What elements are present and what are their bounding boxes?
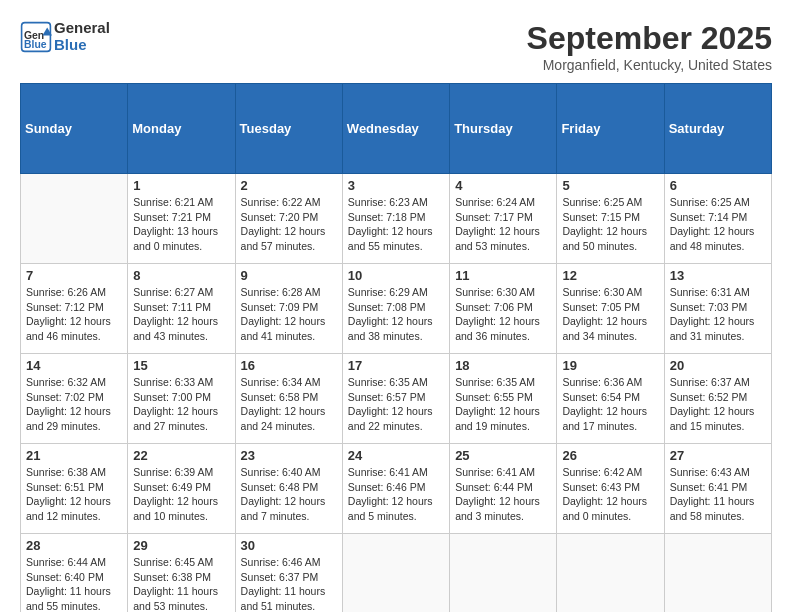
day-number: 13 <box>670 268 766 283</box>
day-number: 25 <box>455 448 551 463</box>
calendar-cell: 26Sunrise: 6:42 AM Sunset: 6:43 PM Dayli… <box>557 444 664 534</box>
day-number: 2 <box>241 178 337 193</box>
logo: Gen Blue General Blue <box>20 20 110 53</box>
title-block: September 2025 Morganfield, Kentucky, Un… <box>527 20 772 73</box>
day-number: 24 <box>348 448 444 463</box>
calendar-cell: 22Sunrise: 6:39 AM Sunset: 6:49 PM Dayli… <box>128 444 235 534</box>
day-info: Sunrise: 6:30 AM Sunset: 7:05 PM Dayligh… <box>562 285 658 344</box>
day-info: Sunrise: 6:41 AM Sunset: 6:44 PM Dayligh… <box>455 465 551 524</box>
day-info: Sunrise: 6:29 AM Sunset: 7:08 PM Dayligh… <box>348 285 444 344</box>
calendar-cell: 14Sunrise: 6:32 AM Sunset: 7:02 PM Dayli… <box>21 354 128 444</box>
weekday-header-friday: Friday <box>557 84 664 174</box>
day-number: 8 <box>133 268 229 283</box>
logo-icon: Gen Blue <box>20 21 52 53</box>
calendar-cell: 11Sunrise: 6:30 AM Sunset: 7:06 PM Dayli… <box>450 264 557 354</box>
calendar-cell <box>450 534 557 613</box>
calendar-cell: 9Sunrise: 6:28 AM Sunset: 7:09 PM Daylig… <box>235 264 342 354</box>
calendar-cell <box>21 174 128 264</box>
day-info: Sunrise: 6:39 AM Sunset: 6:49 PM Dayligh… <box>133 465 229 524</box>
day-number: 23 <box>241 448 337 463</box>
calendar-table: SundayMondayTuesdayWednesdayThursdayFrid… <box>20 83 772 612</box>
day-number: 26 <box>562 448 658 463</box>
day-number: 9 <box>241 268 337 283</box>
day-number: 5 <box>562 178 658 193</box>
calendar-cell: 17Sunrise: 6:35 AM Sunset: 6:57 PM Dayli… <box>342 354 449 444</box>
day-info: Sunrise: 6:36 AM Sunset: 6:54 PM Dayligh… <box>562 375 658 434</box>
calendar-cell: 25Sunrise: 6:41 AM Sunset: 6:44 PM Dayli… <box>450 444 557 534</box>
calendar-cell: 27Sunrise: 6:43 AM Sunset: 6:41 PM Dayli… <box>664 444 771 534</box>
day-info: Sunrise: 6:27 AM Sunset: 7:11 PM Dayligh… <box>133 285 229 344</box>
weekday-header-monday: Monday <box>128 84 235 174</box>
day-number: 21 <box>26 448 122 463</box>
day-info: Sunrise: 6:22 AM Sunset: 7:20 PM Dayligh… <box>241 195 337 254</box>
day-number: 18 <box>455 358 551 373</box>
day-info: Sunrise: 6:41 AM Sunset: 6:46 PM Dayligh… <box>348 465 444 524</box>
svg-text:Blue: Blue <box>24 39 47 50</box>
calendar-week-4: 21Sunrise: 6:38 AM Sunset: 6:51 PM Dayli… <box>21 444 772 534</box>
calendar-cell: 4Sunrise: 6:24 AM Sunset: 7:17 PM Daylig… <box>450 174 557 264</box>
calendar-cell: 18Sunrise: 6:35 AM Sunset: 6:55 PM Dayli… <box>450 354 557 444</box>
day-info: Sunrise: 6:26 AM Sunset: 7:12 PM Dayligh… <box>26 285 122 344</box>
weekday-header-wednesday: Wednesday <box>342 84 449 174</box>
day-info: Sunrise: 6:23 AM Sunset: 7:18 PM Dayligh… <box>348 195 444 254</box>
calendar-cell <box>342 534 449 613</box>
logo-text-general: General <box>54 20 110 37</box>
calendar-body: 1Sunrise: 6:21 AM Sunset: 7:21 PM Daylig… <box>21 174 772 613</box>
calendar-cell <box>557 534 664 613</box>
day-number: 6 <box>670 178 766 193</box>
day-number: 7 <box>26 268 122 283</box>
calendar-week-1: 1Sunrise: 6:21 AM Sunset: 7:21 PM Daylig… <box>21 174 772 264</box>
day-number: 27 <box>670 448 766 463</box>
calendar-cell: 3Sunrise: 6:23 AM Sunset: 7:18 PM Daylig… <box>342 174 449 264</box>
weekday-header-thursday: Thursday <box>450 84 557 174</box>
day-number: 3 <box>348 178 444 193</box>
day-info: Sunrise: 6:28 AM Sunset: 7:09 PM Dayligh… <box>241 285 337 344</box>
day-number: 17 <box>348 358 444 373</box>
calendar-cell: 28Sunrise: 6:44 AM Sunset: 6:40 PM Dayli… <box>21 534 128 613</box>
day-number: 4 <box>455 178 551 193</box>
day-info: Sunrise: 6:43 AM Sunset: 6:41 PM Dayligh… <box>670 465 766 524</box>
page-header: Gen Blue General Blue September 2025 Mor… <box>20 20 772 73</box>
day-number: 10 <box>348 268 444 283</box>
day-number: 15 <box>133 358 229 373</box>
day-info: Sunrise: 6:42 AM Sunset: 6:43 PM Dayligh… <box>562 465 658 524</box>
day-number: 30 <box>241 538 337 553</box>
location: Morganfield, Kentucky, United States <box>527 57 772 73</box>
weekday-header-saturday: Saturday <box>664 84 771 174</box>
day-info: Sunrise: 6:33 AM Sunset: 7:00 PM Dayligh… <box>133 375 229 434</box>
day-number: 11 <box>455 268 551 283</box>
calendar-cell: 16Sunrise: 6:34 AM Sunset: 6:58 PM Dayli… <box>235 354 342 444</box>
calendar-cell: 21Sunrise: 6:38 AM Sunset: 6:51 PM Dayli… <box>21 444 128 534</box>
day-info: Sunrise: 6:30 AM Sunset: 7:06 PM Dayligh… <box>455 285 551 344</box>
day-info: Sunrise: 6:40 AM Sunset: 6:48 PM Dayligh… <box>241 465 337 524</box>
calendar-cell: 5Sunrise: 6:25 AM Sunset: 7:15 PM Daylig… <box>557 174 664 264</box>
calendar-cell: 8Sunrise: 6:27 AM Sunset: 7:11 PM Daylig… <box>128 264 235 354</box>
calendar-cell: 1Sunrise: 6:21 AM Sunset: 7:21 PM Daylig… <box>128 174 235 264</box>
calendar-cell: 23Sunrise: 6:40 AM Sunset: 6:48 PM Dayli… <box>235 444 342 534</box>
day-info: Sunrise: 6:35 AM Sunset: 6:57 PM Dayligh… <box>348 375 444 434</box>
calendar-week-3: 14Sunrise: 6:32 AM Sunset: 7:02 PM Dayli… <box>21 354 772 444</box>
day-number: 20 <box>670 358 766 373</box>
calendar-week-2: 7Sunrise: 6:26 AM Sunset: 7:12 PM Daylig… <box>21 264 772 354</box>
day-info: Sunrise: 6:34 AM Sunset: 6:58 PM Dayligh… <box>241 375 337 434</box>
day-info: Sunrise: 6:25 AM Sunset: 7:15 PM Dayligh… <box>562 195 658 254</box>
day-number: 28 <box>26 538 122 553</box>
day-info: Sunrise: 6:21 AM Sunset: 7:21 PM Dayligh… <box>133 195 229 254</box>
day-info: Sunrise: 6:25 AM Sunset: 7:14 PM Dayligh… <box>670 195 766 254</box>
day-info: Sunrise: 6:46 AM Sunset: 6:37 PM Dayligh… <box>241 555 337 612</box>
calendar-cell <box>664 534 771 613</box>
calendar-cell: 10Sunrise: 6:29 AM Sunset: 7:08 PM Dayli… <box>342 264 449 354</box>
calendar-cell: 15Sunrise: 6:33 AM Sunset: 7:00 PM Dayli… <box>128 354 235 444</box>
day-info: Sunrise: 6:37 AM Sunset: 6:52 PM Dayligh… <box>670 375 766 434</box>
day-number: 12 <box>562 268 658 283</box>
weekday-header-tuesday: Tuesday <box>235 84 342 174</box>
day-info: Sunrise: 6:38 AM Sunset: 6:51 PM Dayligh… <box>26 465 122 524</box>
day-info: Sunrise: 6:45 AM Sunset: 6:38 PM Dayligh… <box>133 555 229 612</box>
calendar-cell: 2Sunrise: 6:22 AM Sunset: 7:20 PM Daylig… <box>235 174 342 264</box>
calendar-cell: 24Sunrise: 6:41 AM Sunset: 6:46 PM Dayli… <box>342 444 449 534</box>
day-info: Sunrise: 6:32 AM Sunset: 7:02 PM Dayligh… <box>26 375 122 434</box>
calendar-cell: 6Sunrise: 6:25 AM Sunset: 7:14 PM Daylig… <box>664 174 771 264</box>
calendar-header: SundayMondayTuesdayWednesdayThursdayFrid… <box>21 84 772 174</box>
calendar-cell: 7Sunrise: 6:26 AM Sunset: 7:12 PM Daylig… <box>21 264 128 354</box>
day-number: 22 <box>133 448 229 463</box>
